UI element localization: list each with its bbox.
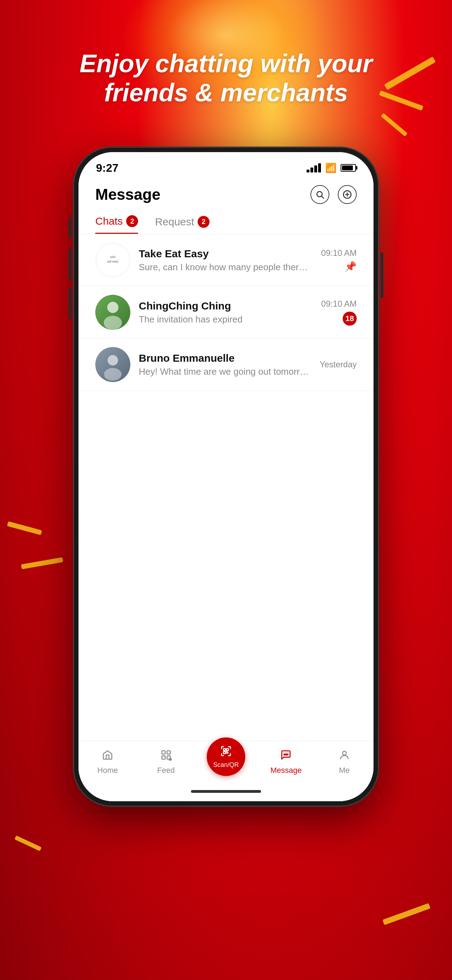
bottom-nav: Home + F [78, 741, 374, 786]
avatar [95, 347, 131, 382]
ribbon-decoration [381, 113, 408, 136]
wifi-icon: 📶 [325, 162, 336, 173]
ribbon-decoration [7, 521, 42, 535]
signal-icon [307, 163, 321, 172]
mute-button [69, 217, 72, 238]
battery-icon [341, 164, 356, 172]
avatar-svg: take eat easy [95, 243, 130, 278]
request-badge: 2 [197, 216, 210, 228]
pin-icon: 📌 [344, 261, 357, 272]
nav-message[interactable]: Message [268, 749, 304, 775]
chat-info: Take Eat Easy Sure, can I know how many … [139, 248, 313, 273]
phone-frame: 9:27 📶 Mess [73, 147, 379, 806]
status-time: 9:27 [96, 162, 118, 175]
svg-point-12 [104, 316, 122, 330]
chat-item[interactable]: take eat easy Take Eat Easy Sure, can I … [78, 234, 374, 286]
volume-up-button [69, 249, 72, 280]
tab-request[interactable]: Request 2 [155, 210, 210, 234]
svg-text:+: + [169, 759, 170, 760]
tagline: Enjoy chatting with your friends & merch… [0, 49, 452, 107]
avatar-svg [95, 295, 131, 330]
volume-down-button [69, 287, 72, 319]
svg-point-11 [107, 302, 118, 313]
svg-rect-19 [162, 756, 165, 759]
status-bar: 9:27 📶 [78, 152, 374, 177]
ribbon-decoration [14, 835, 42, 851]
nav-home-label: Home [97, 766, 118, 775]
chat-info: Bruno Emmanuelle Hey! What time are we g… [139, 352, 311, 377]
chat-info: ChingChing Ching The invitation has expi… [139, 300, 313, 325]
chat-name: Bruno Emmanuelle [139, 352, 311, 364]
scan-icon [220, 745, 232, 760]
nav-feed[interactable]: + Feed [148, 749, 184, 775]
header: Message [78, 177, 374, 210]
tabs: Chats 2 Request 2 [78, 210, 374, 234]
page-title: Message [95, 186, 161, 203]
home-indicator [78, 786, 374, 801]
chat-preview: Hey! What time are we going out tomorrow… [139, 366, 311, 377]
avatar-svg [95, 347, 131, 382]
chat-name: ChingChing Ching [139, 300, 313, 312]
nav-home[interactable]: Home [90, 749, 125, 775]
svg-point-15 [108, 355, 118, 366]
chat-name: Take Eat Easy [139, 248, 313, 260]
chat-time: Yesterday [320, 360, 357, 369]
svg-text:take: take [110, 255, 116, 259]
person-icon [339, 749, 350, 764]
ribbon-decoration [382, 903, 430, 925]
chat-meta: 09:10 AM 📌 [321, 248, 357, 272]
svg-rect-25 [224, 751, 226, 754]
svg-text:eat easy: eat easy [107, 259, 118, 263]
chat-time: 09:10 AM [321, 299, 357, 309]
svg-rect-18 [167, 751, 170, 754]
home-icon [102, 749, 113, 764]
svg-rect-24 [226, 748, 228, 751]
svg-rect-23 [224, 748, 226, 751]
feed-icon: + [161, 749, 172, 764]
phone-screen: 9:27 📶 Mess [78, 152, 374, 801]
chat-item[interactable]: ChingChing Ching The invitation has expi… [78, 286, 374, 339]
nav-scan[interactable]: Scan/QR [207, 737, 245, 776]
chat-meta: 09:10 AM 18 [321, 299, 357, 326]
app-content: Message [78, 177, 374, 801]
home-bar [191, 790, 261, 793]
chat-preview: Sure, can I know how many people there a… [139, 262, 313, 273]
message-icon [280, 749, 291, 764]
avatar [95, 295, 131, 330]
nav-scan-label: Scan/QR [213, 761, 239, 768]
avatar: take eat easy [95, 243, 131, 278]
phone-shell: 9:27 📶 Mess [73, 147, 379, 806]
nav-message-label: Message [271, 766, 302, 775]
svg-line-1 [321, 196, 324, 198]
power-button [380, 252, 383, 298]
chat-list: take eat easy Take Eat Easy Sure, can I … [78, 234, 374, 741]
chat-item[interactable]: Bruno Emmanuelle Hey! What time are we g… [78, 339, 374, 391]
chat-time: 09:10 AM [321, 248, 357, 258]
chats-badge: 2 [126, 215, 138, 227]
svg-point-29 [342, 751, 346, 755]
nav-me[interactable]: Me [327, 749, 362, 775]
unread-badge: 18 [343, 312, 357, 326]
header-actions [310, 185, 357, 204]
tab-chats[interactable]: Chats 2 [95, 210, 138, 234]
svg-point-26 [284, 754, 285, 755]
svg-point-28 [287, 754, 288, 755]
svg-rect-17 [162, 751, 165, 754]
nav-feed-label: Feed [157, 766, 175, 775]
svg-point-27 [286, 754, 286, 755]
nav-me-label: Me [339, 766, 350, 775]
compose-button[interactable] [338, 185, 357, 204]
chat-preview: The invitation has expired [139, 314, 313, 325]
status-icons: 📶 [307, 162, 356, 173]
ribbon-decoration [21, 557, 64, 570]
svg-point-16 [104, 368, 122, 381]
search-button[interactable] [310, 185, 329, 204]
chat-meta: Yesterday [320, 360, 357, 369]
